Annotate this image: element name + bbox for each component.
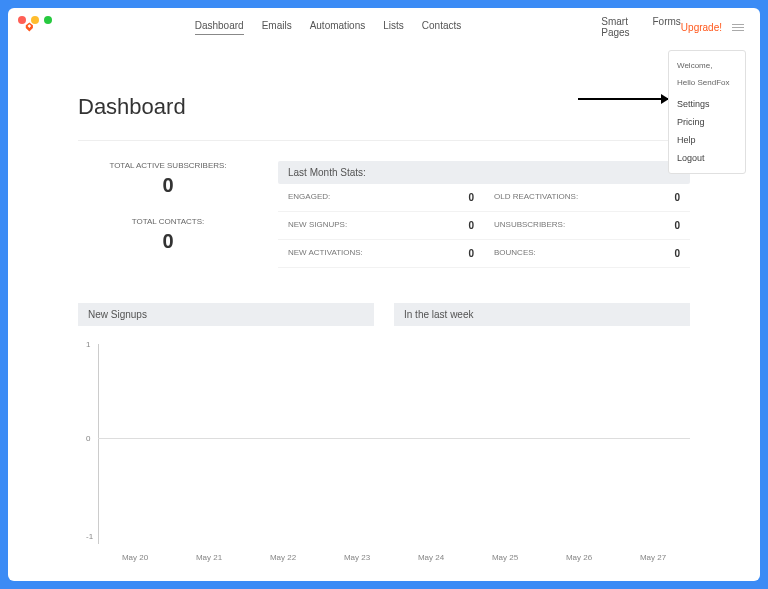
chart-section: New Signups In the last week 1 0 -1 May … (78, 303, 690, 564)
hamburger-menu-icon[interactable] (732, 24, 744, 31)
x-tick: May 24 (418, 553, 444, 562)
total-subscribers-value: 0 (78, 174, 258, 197)
divider (78, 140, 690, 141)
x-tick: May 25 (492, 553, 518, 562)
stat-row: NEW SIGNUPS:0 (278, 212, 484, 240)
x-tick: May 21 (196, 553, 222, 562)
annotation-arrow-icon (578, 98, 668, 100)
chart-gridline (98, 438, 690, 439)
summary-stats: TOTAL ACTIVE SUBSCRIBERS: 0 TOTAL CONTAC… (78, 161, 258, 273)
nav-emails[interactable]: Emails (262, 20, 292, 35)
nav-lists[interactable]: Lists (383, 20, 404, 35)
dropdown-user: Hello SendFox (669, 74, 745, 95)
dropdown-logout[interactable]: Logout (669, 149, 745, 167)
y-tick: 0 (86, 434, 90, 443)
y-tick: 1 (86, 340, 90, 349)
nav-dashboard[interactable]: Dashboard (195, 20, 244, 35)
main-nav: Dashboard Emails Automations Lists Conta… (195, 20, 462, 35)
window-controls (8, 8, 62, 32)
chart-header-signups: New Signups (78, 303, 374, 326)
dropdown-pricing[interactable]: Pricing (669, 113, 745, 131)
nav-contacts[interactable]: Contacts (422, 20, 461, 35)
chart-y-axis (98, 344, 99, 544)
nav-automations[interactable]: Automations (310, 20, 366, 35)
nav-forms[interactable]: Forms (653, 16, 681, 38)
x-tick: May 22 (270, 553, 296, 562)
close-dot[interactable] (18, 16, 26, 24)
x-tick: May 20 (122, 553, 148, 562)
total-contacts-value: 0 (78, 230, 258, 253)
minimize-dot[interactable] (31, 16, 39, 24)
chart-header-range: In the last week (394, 303, 690, 326)
x-tick: May 27 (640, 553, 666, 562)
chart-x-labels: May 20 May 21 May 22 May 23 May 24 May 2… (98, 553, 690, 562)
stat-row: NEW ACTIVATIONS:0 (278, 240, 484, 268)
secondary-nav: Smart Pages Forms (601, 16, 681, 38)
last-month-header: Last Month Stats: (278, 161, 690, 184)
total-contacts-label: TOTAL CONTACTS: (78, 217, 258, 226)
stat-row: UNSUBSCRIBERS:0 (484, 212, 690, 240)
total-subscribers-label: TOTAL ACTIVE SUBSCRIBERS: (78, 161, 258, 170)
stat-row: ENGAGED:0 (278, 184, 484, 212)
topbar: Dashboard Emails Automations Lists Conta… (8, 8, 760, 44)
maximize-dot[interactable] (44, 16, 52, 24)
last-month-stats: Last Month Stats: ENGAGED:0 NEW SIGNUPS:… (278, 161, 690, 273)
x-tick: May 23 (344, 553, 370, 562)
x-tick: May 26 (566, 553, 592, 562)
user-dropdown: Welcome, Hello SendFox Settings Pricing … (668, 50, 746, 174)
dropdown-welcome: Welcome, (669, 57, 745, 74)
stat-row: BOUNCES:0 (484, 240, 690, 268)
upgrade-link[interactable]: Upgrade! (681, 22, 722, 33)
nav-smart-pages[interactable]: Smart Pages (601, 16, 634, 38)
dropdown-settings[interactable]: Settings (669, 95, 745, 113)
chart-area: 1 0 -1 May 20 May 21 May 22 May 23 May 2… (78, 334, 690, 564)
y-tick: -1 (86, 532, 93, 541)
stat-row: OLD REACTIVATIONS:0 (484, 184, 690, 212)
dropdown-help[interactable]: Help (669, 131, 745, 149)
